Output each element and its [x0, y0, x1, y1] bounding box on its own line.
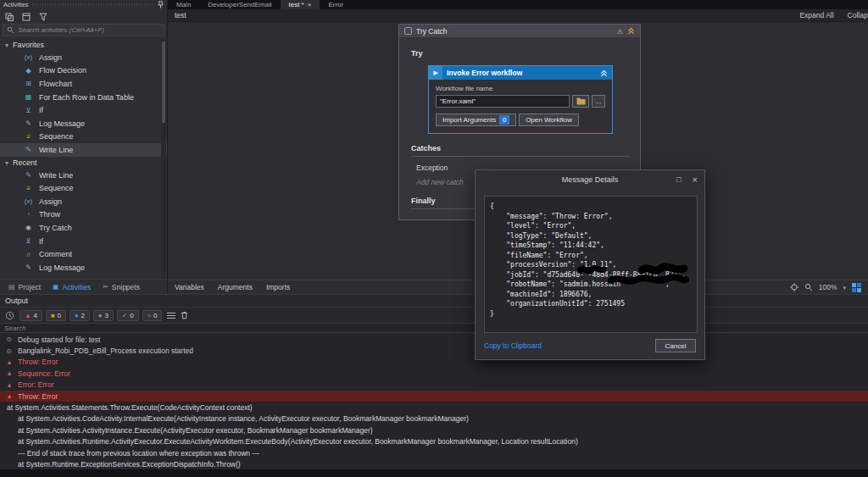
activities-search-input[interactable]: Search activities (Ctrl+Alt+F) [3, 24, 164, 36]
try-catch-icon [404, 27, 412, 35]
breadcrumb[interactable]: test [175, 11, 186, 19]
log-row[interactable]: at System.Activities.CodeActivity.Intern… [0, 413, 868, 424]
invoke-workflow-activity[interactable]: Invoke Error workflow Workflow file name… [428, 65, 613, 134]
invoke-workflow-title: Invoke Error workflow [447, 69, 596, 77]
activity-item[interactable]: // Comment [0, 247, 167, 261]
expand-panels-icon[interactable] [5, 13, 14, 21]
trash-icon[interactable] [181, 311, 188, 319]
output-search-input[interactable]: Search [0, 323, 868, 333]
log-row[interactable]: ▲ Sequence: Error [0, 368, 868, 379]
tree-group-favorites[interactable]: Favorites [0, 39, 167, 51]
activity-item[interactable]: ⊞ Flowchart [0, 77, 167, 91]
dialog-titlebar[interactable]: Message Details [476, 170, 704, 189]
sidebar-bottom-tab[interactable]: ▤ Project [3, 280, 46, 294]
try-catch-icon: ◉ [23, 224, 34, 231]
output-filter-toggle[interactable]: ▲ 4 [19, 310, 42, 321]
filter-icon[interactable] [39, 13, 47, 21]
log-row[interactable]: at System.Activities.ActivityInstance.Ex… [0, 424, 868, 435]
log-row[interactable]: ▲ Throw: Error [0, 391, 868, 402]
output-filter-toggle[interactable]: ● 3 [93, 310, 114, 321]
minimap-icon[interactable] [852, 283, 861, 292]
log-row[interactable]: ⊙ Debug started for file: test [0, 334, 868, 345]
zoom-level[interactable]: 100% [819, 283, 837, 291]
list-view-icon[interactable] [167, 312, 175, 319]
activity-item[interactable]: ✎ Log Message [0, 261, 167, 275]
try-catch-header[interactable]: Try Catch [399, 25, 640, 37]
log-row[interactable]: ⊙ Banglalink_Robi_PDB_eBill_Process exec… [0, 345, 868, 356]
activity-item[interactable]: ✎ Write Line [0, 143, 167, 157]
maximize-icon[interactable] [676, 175, 681, 184]
invoke-workflow-header[interactable]: Invoke Error workflow [429, 66, 612, 80]
trace-icon: ● [98, 312, 103, 319]
output-filter-toggle[interactable]: ✓ 0 [117, 310, 139, 321]
panel-tab[interactable]: Imports [266, 283, 290, 291]
log-row[interactable]: ▲ Error: Error [0, 380, 868, 391]
log-row[interactable]: at System.Activities.Runtime.ActivityExe… [0, 436, 868, 447]
dock-panel-icon[interactable] [22, 13, 31, 21]
panel-tab[interactable]: Arguments [218, 283, 253, 291]
log-row[interactable]: at System.Activities.Statements.Throw.Ex… [0, 402, 868, 413]
cancel-button[interactable]: Cancel [655, 339, 696, 352]
activity-item[interactable]: ↑ Throw [0, 208, 167, 222]
activity-item[interactable]: ⊻ If [0, 103, 167, 117]
document-tab[interactable]: Main [168, 0, 199, 9]
output-filter-toggle[interactable]: ■ 0 [46, 310, 66, 321]
sidebar-scrollbar[interactable] [161, 39, 166, 279]
activity-item[interactable]: ◆ Flow Decision [0, 64, 167, 78]
output-panel: Output ▲ 4 ■ 0 ● 2 ● [0, 294, 868, 477]
panel-tab[interactable]: Variables [175, 283, 204, 291]
open-workflow-button[interactable]: Open Workflow [519, 114, 579, 126]
scrollbar-thumb[interactable] [162, 42, 165, 123]
activity-item[interactable]: ✎ Log Message [0, 117, 167, 130]
arguments-count-badge: 0 [499, 115, 509, 125]
locate-icon[interactable] [790, 283, 798, 291]
close-icon[interactable] [693, 175, 698, 185]
chevron-down-icon[interactable] [843, 283, 846, 291]
collapse-all-button[interactable]: Collapse All [848, 11, 868, 19]
document-tabstrip: Main DeveloperSendEmail test * Error [168, 0, 868, 9]
activity-item[interactable]: ▦ For Each Row in Data Table [0, 91, 167, 104]
collapse-chevrons-icon[interactable] [627, 27, 635, 35]
output-log-list: ⊙ Debug started for file: test ⊙ Banglal… [0, 334, 868, 469]
output-filter-toggle[interactable]: ● 2 [70, 310, 90, 321]
collapse-chevrons-icon[interactable] [600, 69, 608, 77]
log-row[interactable]: --- End of stack trace from previous loc… [0, 447, 868, 458]
activities-panel-title: Activities [3, 1, 29, 8]
close-icon[interactable] [308, 1, 312, 8]
activity-item[interactable]: (x) Assign [0, 195, 167, 208]
log-message-icon: ✎ [23, 119, 34, 127]
activity-item[interactable]: ✎ Write Line [0, 169, 167, 182]
document-tab[interactable]: Error [320, 0, 352, 9]
zoom-icon[interactable] [804, 283, 813, 291]
throw-icon: ↑ [23, 211, 34, 219]
log-row[interactable]: at System.Runtime.ExceptionServices.Exce… [0, 458, 868, 469]
activity-item[interactable]: ⊻ If [0, 235, 167, 248]
chevron-down-icon [5, 158, 8, 167]
message-json-text[interactable]: { "message": "Throw: Error", "level": "E… [484, 196, 698, 333]
activity-item[interactable]: (x) Assign [0, 51, 167, 64]
browse-ellipsis-button[interactable]: ... [592, 95, 605, 108]
sidebar-bottom-tab[interactable]: ▣ Activities [47, 280, 96, 294]
invoke-workflow-body: Workflow file name "Error.xaml" ... Impo… [429, 80, 612, 133]
browse-folder-button[interactable] [572, 95, 589, 108]
tree-group-recent[interactable]: Recent [0, 157, 167, 169]
document-tab[interactable]: DeveloperSendEmail [199, 0, 280, 9]
favorites-list: (x) Assign ◆ Flow Decision ⊞ Flowchart ▦… [0, 51, 167, 157]
flowchart-icon: ⊞ [23, 80, 34, 87]
designer-actions: Expand All Collapse All [799, 11, 868, 19]
output-filter-toggle[interactable]: × 0 [142, 310, 163, 321]
pin-icon[interactable] [158, 1, 164, 8]
timer-icon[interactable] [5, 311, 14, 320]
import-arguments-button[interactable]: Import Arguments 0 [436, 114, 516, 126]
log-row[interactable]: ▲ Throw: Error [0, 357, 868, 368]
activity-item[interactable]: ≡ Sequence [0, 130, 167, 144]
sidebar-bottom-tab[interactable]: ✂ Snippets [97, 280, 145, 294]
document-tab[interactable]: test * [281, 0, 320, 9]
activity-item[interactable]: ◉ Try Catch [0, 221, 167, 235]
workflow-file-input[interactable]: "Error.xaml" [436, 95, 570, 108]
copy-to-clipboard-link[interactable]: Copy to Clipboard [484, 341, 542, 350]
activity-item[interactable]: ≡ Sequence [0, 181, 167, 195]
panel-drag-handle[interactable] [32, 3, 154, 6]
expand-all-button[interactable]: Expand All [799, 11, 833, 19]
warning-icon [617, 27, 623, 36]
